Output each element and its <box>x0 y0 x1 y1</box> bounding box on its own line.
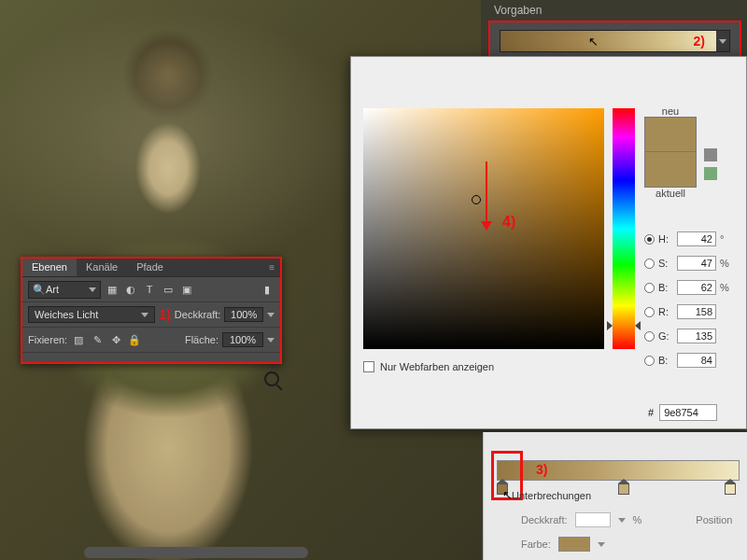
unit-b: % <box>720 282 733 293</box>
input-g[interactable] <box>677 329 716 343</box>
hue-slider[interactable] <box>613 108 635 349</box>
annotation-step3: 3) <box>536 462 547 477</box>
gradient-preview-select[interactable]: ↖ 2) <box>500 30 730 52</box>
input-b[interactable] <box>677 280 716 295</box>
swatch-current-label: aktuell <box>644 188 697 199</box>
swatch-new[interactable] <box>644 117 697 152</box>
annotation-arrow-head <box>481 221 492 231</box>
color-marker[interactable] <box>472 195 481 204</box>
panel-tabs: Ebenen Kanäle Pfade ≡ <box>22 259 280 277</box>
annotation-step4: 4) <box>502 214 515 231</box>
color-fields: H: ° S: % B: % R: G: <box>644 227 733 372</box>
tab-channels[interactable]: Kanäle <box>77 259 127 276</box>
input-r[interactable] <box>677 304 716 319</box>
input-h[interactable] <box>677 231 716 246</box>
gamut-warning-icon[interactable] <box>704 148 717 161</box>
ge-opacity-row: Deckkraft: % Position <box>521 512 732 527</box>
ge-color-label: Farbe: <box>521 539 551 550</box>
lock-all-icon[interactable]: 🔒 <box>127 332 142 347</box>
tab-paths[interactable]: Pfade <box>127 259 173 276</box>
filter-shape-icon[interactable]: ▭ <box>161 282 176 297</box>
websafe-warning-icon[interactable] <box>704 167 717 180</box>
field-green: G: <box>644 324 733 348</box>
filter-pixel-icon[interactable]: ▦ <box>105 282 120 297</box>
chevron-down-icon[interactable] <box>267 313 275 317</box>
tab-layers[interactable]: Ebenen <box>22 259 77 276</box>
lock-label: Fixieren: <box>28 334 67 345</box>
label-bb: B: <box>658 355 673 366</box>
gradient-bar[interactable] <box>497 460 740 481</box>
field-hue: H: ° <box>644 227 733 251</box>
color-stop-3[interactable] <box>725 479 736 492</box>
unit-s: % <box>720 258 733 269</box>
ge-opacity-label: Deckkraft: <box>521 514 568 525</box>
color-stop-2[interactable] <box>618 479 629 492</box>
field-sat: S: % <box>644 251 733 275</box>
annotation-step2: 2) <box>694 34 705 49</box>
horizontal-scrollbar[interactable] <box>84 547 308 558</box>
ge-position-label: Position <box>696 514 732 525</box>
gradient-dropdown-button[interactable] <box>716 31 729 51</box>
unit-h: ° <box>720 233 733 245</box>
label-s: S: <box>658 258 673 269</box>
filter-type-icon[interactable]: T <box>142 282 157 297</box>
annotation-step1: 1) <box>159 307 170 322</box>
field-bright: B: % <box>644 275 733 300</box>
label-b: B: <box>658 282 673 293</box>
radio-g[interactable] <box>644 331 655 342</box>
field-blue: B: <box>644 348 733 372</box>
radio-s[interactable] <box>644 259 655 269</box>
label-h: H: <box>658 233 673 245</box>
chevron-down-icon[interactable] <box>598 542 605 547</box>
blend-mode-value: Weiches Licht <box>35 309 98 320</box>
opacity-label: Deckkraft: <box>175 309 221 320</box>
webonly-label: Nur Webfarben anzeigen <box>380 361 494 372</box>
ge-color-row: Farbe: <box>521 537 605 552</box>
hex-row: # <box>648 404 717 421</box>
field-red: R: <box>644 300 733 324</box>
blend-mode-select[interactable]: Weiches Licht <box>28 306 155 323</box>
radio-h[interactable] <box>644 234 655 245</box>
radio-b[interactable] <box>644 283 655 293</box>
hex-prefix: # <box>648 407 654 418</box>
color-picker-dialog: 4) neu aktuell H: ° S: % B: % <box>350 56 747 429</box>
chevron-down-icon <box>719 39 726 44</box>
fill-input[interactable]: 100% <box>222 332 263 347</box>
chevron-down-icon <box>141 313 148 317</box>
chevron-down-icon <box>89 287 96 292</box>
zoom-icon <box>264 371 279 386</box>
filter-type-select[interactable]: 🔍 Art <box>28 281 101 299</box>
color-swatches: neu aktuell <box>644 105 697 199</box>
blend-opacity-row: Weiches Licht 1) Deckkraft: 100% <box>22 302 280 328</box>
swatch-new-label: neu <box>644 105 697 117</box>
opacity-input[interactable]: 100% <box>224 307 263 322</box>
chevron-down-icon[interactable] <box>267 338 275 343</box>
swatch-current[interactable] <box>644 152 697 188</box>
chevron-down-icon[interactable] <box>618 518 626 523</box>
ge-color-swatch[interactable] <box>558 537 590 552</box>
lock-position-icon[interactable]: ✥ <box>108 332 123 347</box>
hex-input[interactable] <box>659 404 717 421</box>
ge-opacity-input[interactable] <box>575 512 611 527</box>
ge-opacity-unit: % <box>633 514 642 525</box>
filter-smart-icon[interactable]: ▣ <box>179 282 194 297</box>
layers-panel: Ebenen Kanäle Pfade ≡ 🔍 Art ▦ ◐ T ▭ ▣ ▮ … <box>21 257 282 364</box>
lock-pixels-icon[interactable]: ✎ <box>90 332 105 347</box>
label-g: G: <box>658 330 673 342</box>
filter-toggle[interactable]: ▮ <box>260 282 275 297</box>
radio-bb[interactable] <box>644 356 655 366</box>
fill-label: Fläche: <box>185 334 218 345</box>
input-bb[interactable] <box>677 353 716 368</box>
hue-marker-right[interactable] <box>635 321 641 330</box>
lock-fill-row: Fixieren: ▨ ✎ ✥ 🔒 Fläche: 100% <box>22 328 280 353</box>
radio-r[interactable] <box>644 307 655 317</box>
panel-menu-icon[interactable]: ≡ <box>263 259 280 276</box>
webonly-checkbox[interactable] <box>363 361 374 372</box>
lock-transparency-icon[interactable]: ▨ <box>71 332 86 347</box>
annotation-arrow-line <box>486 161 487 225</box>
cursor-icon: ↖ <box>588 35 599 49</box>
filter-adjustment-icon[interactable]: ◐ <box>123 282 138 297</box>
hue-marker-left[interactable] <box>607 321 613 330</box>
filter-label: Art <box>46 284 59 295</box>
input-s[interactable] <box>677 256 716 271</box>
